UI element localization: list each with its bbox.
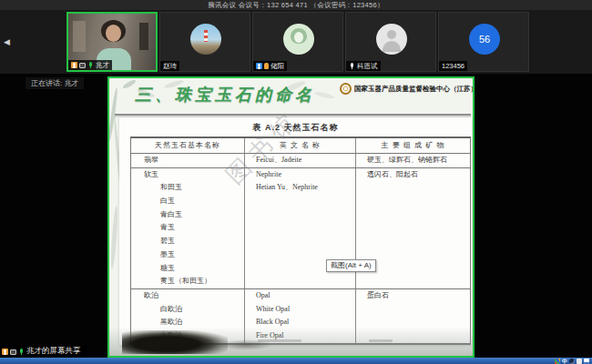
participant-label: 兆才 (68, 60, 112, 70)
table-row: 青白玉 (131, 208, 470, 222)
cell-name: 白欧泊 (131, 303, 244, 317)
table-row: 软玉Nephrite透闪石、阳起石 (131, 168, 470, 182)
jade-names-table: 天然玉石基本名称英 文 名 称主 要 组 成 矿 物翡翠Feicui、Jadei… (130, 136, 471, 345)
window-icon[interactable] (577, 359, 582, 364)
table-row: 黄玉（和田玉） (131, 275, 470, 289)
cell-english (244, 221, 356, 235)
cell-english (244, 208, 356, 222)
person-face (106, 25, 121, 42)
table-row: 白欧泊White Opal (131, 303, 470, 317)
document-page: 表 A.2 天然玉石名称 天然玉石基本名称英 文 名 称主 要 组 成 矿 物翡… (119, 117, 472, 345)
person-silhouette-head (387, 30, 396, 39)
cell-name: 欧泊 (131, 289, 244, 303)
meeting-title-text: 腾讯会议 会议号：132 654 471 （会议密码：123456） (208, 1, 384, 10)
participant-tile[interactable]: 科恩试 (345, 12, 436, 72)
ime-icon[interactable]: 中 (562, 359, 567, 364)
cell-english: Hetian Yu、Nephrite (244, 181, 356, 195)
table-header-row: 天然玉石基本名称英 文 名 称主 要 组 成 矿 物 (131, 138, 470, 154)
mic-muted-icon (349, 63, 355, 69)
table-row: 欧泊Opal蛋白石 (131, 289, 470, 303)
host-icon (71, 62, 77, 68)
cell-english: White Opal (244, 303, 356, 317)
person-silhouette-body (383, 41, 401, 52)
participant-tile[interactable]: 储阳 (252, 12, 343, 72)
participant-name: 123456 (442, 62, 464, 70)
participant-label: 赵琦 (160, 61, 179, 71)
moon-icon[interactable] (569, 359, 575, 364)
ink-blob-decoration (219, 339, 273, 350)
default-avatar (376, 24, 407, 55)
cell-english: Nephrite (244, 168, 356, 182)
participant-label: 科恩试 (346, 61, 381, 71)
cell-english (244, 275, 356, 288)
participant-name: 赵琦 (163, 62, 177, 71)
screen-share-banner: 兆才的屏幕共享 (0, 345, 87, 358)
organization-seal-icon (340, 83, 352, 95)
cell-name: 和田玉 (131, 181, 244, 195)
photo-avatar (190, 24, 221, 55)
cell-minerals (356, 195, 470, 208)
cell-name: 青白玉 (131, 208, 244, 222)
cell-name: 墨玉 (131, 248, 244, 262)
participant-tile[interactable]: 赵琦 (159, 12, 250, 72)
cell-minerals (356, 275, 470, 288)
cell-english: Feicui、Jadeite (244, 154, 356, 167)
table-row: 墨玉 (131, 248, 470, 262)
cell-minerals (356, 181, 470, 195)
cell-english: Opal (244, 289, 356, 303)
member-icon (256, 63, 262, 69)
cell-english (244, 195, 356, 208)
participant-name: 兆才 (96, 61, 109, 70)
avatar-face (294, 32, 303, 43)
collapse-strip-arrow-icon[interactable]: ◀ (4, 38, 10, 46)
table-header-cell: 天然玉石基本名称 (131, 138, 244, 153)
cell-minerals (356, 303, 470, 317)
cell-name: 翡翠 (131, 154, 244, 167)
screenshot-hotkey-tooltip: 截图(Alt + A) (326, 259, 376, 272)
participant-name: 科恩试 (357, 62, 378, 71)
participant-name: 储阳 (270, 62, 284, 71)
table-row: 碧玉 (131, 235, 470, 248)
bamboo-decoration (110, 206, 119, 269)
ink-blob-decoration (122, 330, 228, 354)
organization-name: 国家玉器产品质量监督检验中心（江苏） (354, 85, 475, 94)
bamboo-decoration (314, 90, 335, 99)
participant-strip-container: ◀ 兆才赵琦储阳科恩试56123456 (0, 10, 592, 74)
presentation-slide: 三、珠宝玉石的命名 国家玉器产品质量监督检验中心（江苏） 表 A.2 天然玉石名… (109, 78, 473, 356)
room-shelf (139, 23, 148, 50)
cell-english (244, 235, 356, 248)
table-row: 和田玉Hetian Yu、Nephrite (131, 181, 470, 195)
lighthouse-graphic (204, 30, 208, 42)
participant-label: 储阳 (253, 61, 287, 71)
table-row: 青玉 (131, 221, 470, 235)
meeting-app-window: 腾讯会议 会议号：132 654 471 （会议密码：123456） ◀ 兆才赵… (0, 0, 592, 364)
mic-on-icon (18, 349, 25, 355)
cell-name: 黄玉（和田玉） (131, 275, 244, 288)
windows-taskbar[interactable]: 中 (0, 358, 592, 364)
screen-share-icon (10, 349, 16, 355)
table-row: 糖玉 (131, 262, 470, 276)
system-tray: 中 (555, 358, 589, 364)
speaking-indicator: 正在讲话: 兆才 (26, 77, 84, 89)
hand-raised-icon (264, 63, 269, 69)
participant-label: 123456 (439, 61, 467, 71)
mic-on-icon (87, 62, 94, 68)
screen-share-icon (79, 63, 86, 68)
cell-name: 软玉 (131, 168, 244, 182)
meeting-title-bar: 腾讯会议 会议号：132 654 471 （会议密码：123456） (0, 0, 592, 10)
participant-tile[interactable]: 56123456 (438, 12, 529, 72)
cell-name: 青玉 (131, 221, 244, 235)
participant-tile[interactable]: 兆才 (66, 12, 158, 72)
header-divider (115, 114, 471, 116)
cell-minerals (356, 208, 470, 222)
cell-minerals: 透闪石、阳起石 (356, 168, 470, 182)
table-row: 翡翠Feicui、Jadeite硬玉、绿辉石、钠铬辉石 (131, 154, 470, 168)
table-header-cell: 主 要 组 成 矿 物 (356, 138, 470, 153)
host-icon (2, 349, 8, 355)
illustration-avatar (283, 24, 314, 55)
shared-screen: 三、珠宝玉石的命名 国家玉器产品质量监督检验中心（江苏） 表 A.2 天然玉石名… (107, 76, 475, 358)
room-window (73, 21, 86, 52)
table-header-cell: 英 文 名 称 (244, 138, 356, 153)
colorful-app-icon[interactable] (555, 359, 560, 364)
mail-icon[interactable] (584, 359, 589, 364)
